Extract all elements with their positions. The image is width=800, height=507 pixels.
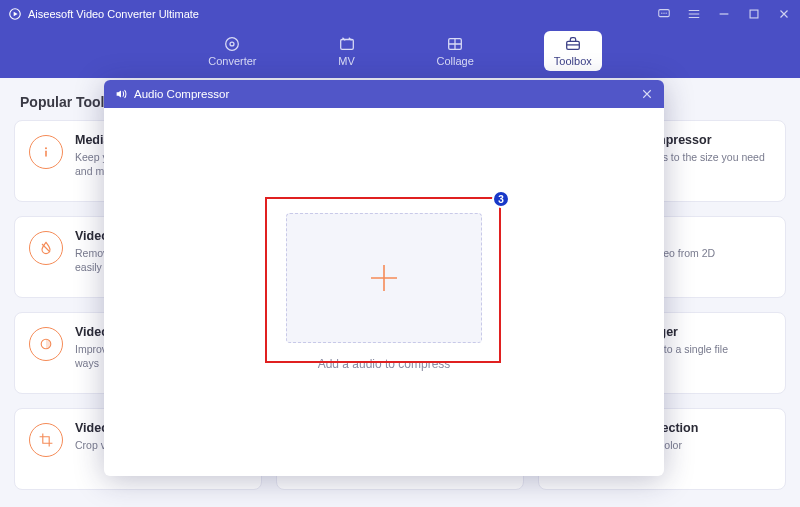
titlebar: Aiseesoft Video Converter Ultimate — [0, 0, 800, 28]
svg-rect-9 — [340, 40, 353, 50]
svg-rect-6 — [750, 10, 758, 18]
maximize-icon[interactable] — [746, 6, 762, 22]
nav-label: Collage — [437, 55, 474, 67]
svg-point-12 — [45, 147, 47, 149]
plus-icon — [367, 261, 401, 295]
minimize-icon[interactable] — [716, 6, 732, 22]
svg-point-7 — [226, 38, 239, 51]
content-area: Popular Tools Media Metadata EditorKeep … — [0, 78, 800, 507]
app-title: Aiseesoft Video Converter Ultimate — [28, 8, 656, 20]
app-logo-icon — [8, 7, 22, 21]
svg-point-3 — [661, 12, 662, 13]
toolbox-icon — [563, 35, 583, 53]
nav-label: MV — [338, 55, 355, 67]
svg-point-4 — [663, 12, 664, 13]
nav-mv[interactable]: MV — [327, 31, 367, 71]
modal-body: Add a audio to compress 3 — [104, 108, 664, 476]
nav-label: Converter — [208, 55, 256, 67]
menu-icon[interactable] — [686, 6, 702, 22]
window-controls — [656, 6, 792, 22]
converter-icon — [222, 35, 242, 53]
nav-toolbox[interactable]: Toolbox — [544, 31, 602, 71]
nav-converter[interactable]: Converter — [198, 31, 266, 71]
mv-icon — [337, 35, 357, 53]
dropzone-caption: Add a audio to compress — [318, 357, 451, 371]
enhancer-icon — [29, 327, 63, 361]
audio-compressor-modal: Audio Compressor Add a audio to compress… — [104, 80, 664, 476]
svg-point-5 — [665, 12, 666, 13]
cropper-icon — [29, 423, 63, 457]
speaker-icon — [114, 87, 128, 101]
close-icon[interactable] — [776, 6, 792, 22]
modal-header: Audio Compressor — [104, 80, 664, 108]
main-nav: Converter MV Collage Toolbox — [0, 28, 800, 78]
svg-point-8 — [230, 42, 234, 46]
add-audio-dropzone[interactable] — [286, 213, 482, 343]
modal-close-icon[interactable] — [640, 87, 654, 101]
nav-label: Toolbox — [554, 55, 592, 67]
svg-marker-1 — [14, 12, 18, 16]
annotation-badge: 3 — [492, 190, 510, 208]
collage-icon — [445, 35, 465, 53]
info-icon — [29, 135, 63, 169]
nav-collage[interactable]: Collage — [427, 31, 484, 71]
watermark-icon — [29, 231, 63, 265]
modal-title: Audio Compressor — [134, 88, 640, 100]
feedback-icon[interactable] — [656, 6, 672, 22]
